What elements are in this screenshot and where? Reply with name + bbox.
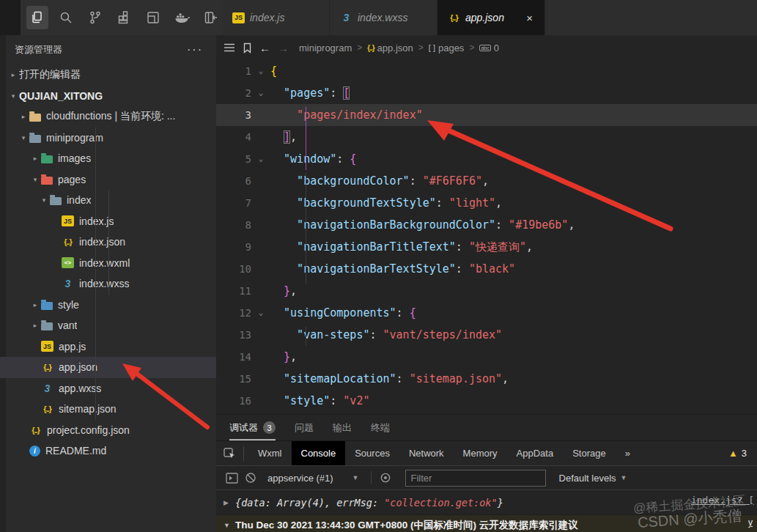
console-sidebar-toggle-icon[interactable] bbox=[222, 469, 241, 487]
window-layout-icon[interactable] bbox=[142, 6, 164, 29]
explorer-more-actions-icon[interactable]: ··· bbox=[187, 43, 203, 56]
code-text: "navigationBarTextStyle": "black" bbox=[270, 258, 757, 280]
code-editor[interactable]: 1⌄{2⌄"pages": [3"pages/index/index"4],5⌄… bbox=[216, 60, 757, 412]
code-line-5[interactable]: 5⌄"window": { bbox=[216, 148, 757, 170]
devtools-tab-Wxml[interactable]: Wxml bbox=[248, 441, 292, 465]
console-warning-row[interactable]: ▼ Thu Dec 30 2021 13:44:30 GMT+0800 (中国标… bbox=[216, 514, 757, 532]
devtools-tab-»[interactable]: » bbox=[616, 441, 640, 465]
expand-triangle-icon[interactable]: ▶ bbox=[224, 499, 235, 506]
devtools-tab-Network[interactable]: Network bbox=[399, 441, 454, 465]
tab-index.wxss[interactable]: 3index.wxss bbox=[330, 0, 437, 35]
breadcrumb-item-pages[interactable]: [ ]pages bbox=[429, 43, 465, 53]
tab-app.json[interactable]: {..}app.json× bbox=[437, 0, 545, 35]
clear-console-icon[interactable] bbox=[241, 469, 260, 487]
tree-item-vant[interactable]: ▸vant bbox=[0, 315, 216, 336]
navigate-back-icon[interactable]: ← bbox=[259, 42, 270, 54]
fold-chevron-icon[interactable]: ⌄ bbox=[251, 82, 270, 104]
tree-item-app.wxss[interactable]: 3app.wxss bbox=[0, 378, 216, 399]
tab-index.js[interactable]: JSindex.js bbox=[222, 0, 330, 35]
fold-spacer bbox=[251, 104, 270, 126]
code-text: }, bbox=[270, 346, 757, 368]
tree-indent-guide bbox=[108, 191, 109, 295]
code-line-10[interactable]: 10"navigationBarTextStyle": "black" bbox=[216, 258, 757, 280]
code-line-9[interactable]: 9"navigationBarTitleText": "快递查询", bbox=[216, 236, 757, 258]
code-line-12[interactable]: 12⌄"usingComponents": { bbox=[216, 302, 757, 324]
editor-tab-strip: JSindex.js3index.wxss{..}app.json× bbox=[222, 0, 757, 35]
tree-item-cloudfunctions[interactable]: ▸cloudfunctions | 当前环境: ... bbox=[0, 106, 216, 128]
devtools-warnings[interactable]: ▲ 3 bbox=[728, 448, 757, 459]
token: : bbox=[330, 394, 343, 407]
tree-item-README.md[interactable]: iREADME.md bbox=[0, 440, 216, 462]
explorer-sidebar: 资源管理器 ··· ▸打开的编辑器▾QUJIAN_XITONG▸cloudfun… bbox=[0, 35, 216, 532]
breadcrumb-item-app.json[interactable]: {..}app.json bbox=[367, 43, 413, 53]
breadcrumb-item-0[interactable]: abc0 bbox=[479, 43, 499, 53]
code-text: "sitemapLocation": "sitemap.json", bbox=[270, 368, 757, 390]
files-icon[interactable] bbox=[26, 6, 48, 29]
fold-chevron-icon[interactable]: ⌄ bbox=[251, 302, 270, 324]
wxml-file-icon: <> bbox=[62, 257, 74, 268]
tree-item-style[interactable]: ▸style bbox=[0, 295, 216, 316]
code-line-2[interactable]: 2⌄"pages": [ bbox=[216, 82, 757, 104]
panel-tab-调试器[interactable]: 调试器3 bbox=[229, 415, 276, 440]
tree-item-project.config.json[interactable]: {..}project.config.json bbox=[0, 420, 216, 441]
tree-item-miniprogram[interactable]: ▾miniprogram bbox=[0, 128, 216, 149]
tree-item-images[interactable]: ▸images bbox=[0, 148, 216, 169]
docker-icon[interactable] bbox=[171, 6, 193, 29]
bookmark-icon[interactable] bbox=[243, 43, 252, 53]
breadcrumb-separator: > bbox=[357, 43, 362, 53]
panel-toggle-icon[interactable] bbox=[200, 6, 222, 29]
code-line-7[interactable]: 7"backgroundTextStyle": "light", bbox=[216, 192, 757, 214]
source-control-icon[interactable] bbox=[84, 6, 106, 29]
execution-context-select[interactable]: appservice (#1) ▼ bbox=[260, 473, 366, 484]
extensions-icon[interactable] bbox=[114, 6, 136, 29]
console-log-row[interactable]: ▶ {data: Array(4), errMsg: "collection.g… bbox=[216, 489, 757, 514]
warning-source-link[interactable]: y bbox=[748, 517, 753, 528]
code-line-4[interactable]: 4], bbox=[216, 126, 757, 148]
search-icon[interactable] bbox=[56, 6, 78, 29]
code-line-14[interactable]: 14}, bbox=[216, 346, 757, 368]
tree-item-QUJIAN_XITONG[interactable]: ▾QUJIAN_XITONG bbox=[0, 86, 216, 107]
token: "#F6F6F6" bbox=[423, 174, 482, 188]
code-text: { bbox=[270, 60, 757, 82]
code-line-16[interactable]: 16"style": "v2" bbox=[216, 390, 757, 412]
code-line-6[interactable]: 6"backgroundColor": "#F6F6F6", bbox=[216, 170, 757, 192]
token: } bbox=[284, 350, 290, 363]
devtools-tab-Console[interactable]: Console bbox=[292, 441, 346, 465]
devtools-tab-Storage[interactable]: Storage bbox=[563, 441, 616, 465]
wechat-devtools-window: JSindex.js3index.wxss{..}app.json× 资源管理器… bbox=[0, 0, 757, 532]
code-line-3[interactable]: 3"pages/index/index" bbox=[216, 104, 757, 126]
panel-tab-终端[interactable]: 终端 bbox=[371, 415, 390, 440]
close-tab-icon[interactable]: × bbox=[525, 12, 534, 24]
panel-tab-输出[interactable]: 输出 bbox=[333, 415, 352, 440]
tree-item-app.json[interactable]: {..}app.json bbox=[0, 357, 216, 378]
devtools-tab-Sources[interactable]: Sources bbox=[345, 441, 399, 465]
code-line-8[interactable]: 8"navigationBarBackgroundColor": "#19be6… bbox=[216, 214, 757, 236]
fold-chevron-icon[interactable]: ⌄ bbox=[251, 148, 270, 170]
token: : bbox=[330, 86, 343, 100]
devtools-tab-Memory[interactable]: Memory bbox=[454, 441, 507, 465]
outline-list-icon[interactable] bbox=[224, 43, 235, 53]
devtools-tab-AppData[interactable]: AppData bbox=[507, 441, 564, 465]
fold-chevron-icon[interactable]: ⌄ bbox=[251, 60, 270, 82]
log-source-link[interactable]: index.js? [ bbox=[691, 495, 754, 506]
tree-item-app.js[interactable]: JSapp.js bbox=[0, 336, 216, 358]
tree-item-label: README.md bbox=[45, 445, 106, 457]
tree-item-sitemap.json[interactable]: {..}sitemap.json bbox=[0, 399, 216, 420]
live-expression-eye-icon[interactable] bbox=[376, 469, 395, 487]
tree-item-pages[interactable]: ▾pages bbox=[0, 169, 216, 191]
token: , bbox=[526, 240, 533, 254]
breadcrumb-item-miniprogram[interactable]: miniprogram bbox=[299, 43, 352, 53]
code-line-15[interactable]: 15"sitemapLocation": "sitemap.json", bbox=[216, 368, 757, 390]
code-line-13[interactable]: 13"van-steps": "vant/steps/index" bbox=[216, 324, 757, 346]
collapse-triangle-icon[interactable]: ▼ bbox=[224, 522, 235, 529]
navigate-forward-icon[interactable]: → bbox=[278, 42, 289, 54]
fold-spacer bbox=[251, 126, 270, 148]
tree-item-[interactable]: ▸打开的编辑器 bbox=[0, 64, 216, 86]
code-line-11[interactable]: 11}, bbox=[216, 280, 757, 302]
console-filter-input[interactable] bbox=[405, 470, 546, 487]
panel-tab-问题[interactable]: 问题 bbox=[295, 415, 314, 440]
inspect-element-icon[interactable] bbox=[216, 448, 243, 459]
log-levels-select[interactable]: Default levels ▼ bbox=[559, 473, 627, 484]
code-line-1[interactable]: 1⌄{ bbox=[216, 60, 757, 82]
tree-item-label: 打开的编辑器 bbox=[19, 68, 81, 81]
